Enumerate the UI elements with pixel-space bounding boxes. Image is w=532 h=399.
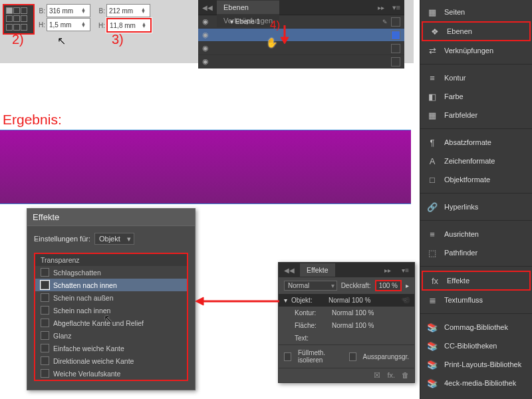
clear-effects-icon[interactable]: ☒ [374, 371, 380, 380]
visibility-icon[interactable]: ◉ [198, 44, 213, 53]
panel-menu-icon[interactable]: ▾≡ [396, 264, 414, 277]
dock-zeichenformate[interactable]: AZeichenformate [420, 152, 532, 170]
height-input[interactable]: 1,5 mm▲▼ [47, 18, 90, 31]
effect-checkbox[interactable] [41, 344, 49, 352]
visibility-icon[interactable]: ◉ [198, 57, 213, 66]
dock-ebenen[interactable]: ❖Ebenen [422, 21, 531, 41]
dock-absatzformate[interactable]: ¶Absatzformate [420, 133, 532, 152]
layer-row[interactable]: ◉ [198, 55, 404, 68]
effect-option[interactable]: Weiche Verlaufskante [35, 367, 187, 380]
panel-arrows-icon[interactable]: ▸▸ [374, 4, 388, 11]
transform-toolbar: B:316 mm▲▼ H:1,5 mm▲▼ B:212 mm▲▼ H:11,8 … [0, 0, 160, 35]
effect-checkbox[interactable] [41, 306, 49, 315]
reference-point-grid[interactable] [3, 4, 35, 35]
knockout-checkbox[interactable] [349, 352, 356, 361]
h2-input[interactable]: 11,8 mm▲▼ [106, 18, 152, 33]
blend-mode-select[interactable]: Normal [284, 281, 337, 291]
effects-list: Transparenz SchlagschattenSchatten nach … [34, 253, 188, 381]
opacity-label: Deckkraft: [341, 282, 371, 289]
hyperlinks-icon: 🔗 [427, 202, 438, 211]
selection-swatch[interactable] [391, 44, 400, 53]
dialog-title: Effekte [27, 209, 195, 226]
visibility-icon[interactable]: ◉ [198, 17, 213, 26]
verknüpfungen-icon: ⇄ [427, 46, 438, 55]
selection-swatch[interactable] [391, 57, 400, 66]
effect-option[interactable]: Direktionale weiche Kante [35, 354, 187, 367]
effect-option[interactable]: Schein nach innen [35, 304, 187, 317]
dock-effekte[interactable]: fxEffekte [422, 271, 531, 291]
fx-target-row[interactable]: ▾Objekt:Normal 100 % [279, 294, 414, 307]
dock-farbfelder[interactable]: ▦Farbfelder [420, 106, 532, 124]
dock-objektformate[interactable]: □Objektformate [420, 170, 532, 189]
effect-checkbox[interactable] [41, 319, 49, 327]
effect-option[interactable]: Schlagschatten [35, 266, 187, 279]
dock-label: Ebenen [447, 27, 472, 35]
effect-checkbox[interactable] [41, 268, 49, 277]
arrow-left-icon [194, 297, 279, 306]
effects-panel: ◀◀ Effekte ▸▸ ▾≡ Normal Deckkraft: 100 %… [278, 262, 415, 383]
dock-4eck-media-bibliothek[interactable]: 📚4eck-media-Bibliothek [420, 374, 532, 392]
effect-checkbox[interactable] [41, 331, 49, 340]
effect-option[interactable]: Schein nach außen [35, 291, 187, 304]
chevron-down-icon: ▾ [284, 297, 287, 304]
trash-icon[interactable]: 🗑 [402, 371, 409, 380]
annotation-2: 2) [12, 32, 24, 47]
visibility-icon[interactable]: ◉ [198, 31, 213, 39]
dock-hyperlinks[interactable]: 🔗Hyperlinks [420, 198, 532, 216]
selection-swatch[interactable] [391, 31, 400, 40]
fx-target-row[interactable]: Text: [279, 332, 414, 344]
list-header[interactable]: Transparenz [35, 254, 187, 266]
panel-arrows-icon[interactable]: ▸▸ [379, 264, 396, 277]
dock-farbe[interactable]: ◧Farbe [420, 87, 532, 106]
fx-target-row[interactable]: Fläche:Normal 100 % [279, 319, 414, 332]
effect-option[interactable]: Glanz [35, 329, 187, 342]
width-input[interactable]: 316 mm▲▼ [47, 4, 90, 17]
edit-icon[interactable]: ✎ [379, 19, 391, 25]
dock-ausrichten[interactable]: ≡Ausrichten [420, 225, 532, 243]
effect-option[interactable]: Abgeflachte Kante und Relief [35, 317, 187, 329]
textumfluss-icon: ≣ [427, 295, 438, 305]
effect-label: Weiche Verlaufskante [53, 370, 120, 378]
dock-label: Farbe [444, 92, 464, 100]
b2-input[interactable]: 212 mm▲▼ [106, 4, 150, 17]
arrow-down-icon [279, 25, 290, 45]
dock-verknüpfungen[interactable]: ⇄Verknüpfungen [420, 41, 532, 60]
effect-checkbox[interactable] [41, 369, 49, 378]
dock-pathfinder[interactable]: ⬚Pathfinder [420, 243, 532, 262]
effect-option[interactable]: Einfache weiche Kante [35, 342, 187, 354]
opacity-flyout-icon[interactable]: ▸ [406, 282, 409, 289]
panel-menu-icon[interactable]: ▾≡ [388, 3, 404, 12]
opacity-input[interactable]: 100 % [375, 280, 402, 291]
dock-label: Commag-Bibliothek [444, 323, 508, 331]
dock-kontur[interactable]: ≡Kontur [420, 68, 532, 87]
fx-icon[interactable]: fx. [387, 371, 395, 380]
target-select[interactable]: Objekt [94, 233, 134, 245]
knockout-label: Aussparungsgr. [363, 353, 410, 360]
farbe-icon: ◧ [427, 92, 438, 101]
dock-seiten[interactable]: ▦Seiten [420, 3, 532, 21]
annotation-4: 4) [270, 19, 280, 32]
effect-option[interactable]: Schatten nach innen [35, 279, 187, 291]
result-preview [0, 130, 411, 203]
cursor-pointer-icon: ↖ [57, 35, 66, 47]
fx-target-value: Normal 100 % [332, 322, 374, 329]
dock-textumfluss[interactable]: ≣Textumfluss [420, 291, 532, 309]
dock-cc-bibliotheken[interactable]: 📚CC-Bibliotheken [420, 336, 532, 355]
isolate-blend-checkbox[interactable] [284, 352, 291, 361]
layer-row[interactable]: ◉ [198, 42, 404, 55]
layer-row[interactable]: ◉ [198, 29, 404, 42]
absatzformate-icon: ¶ [427, 138, 438, 147]
selection-swatch[interactable] [391, 17, 400, 27]
fx-target-row[interactable]: Kontur:Normal 100 % [279, 307, 414, 319]
dock-print-layouts-bibliothek[interactable]: 📚Print-Layouts-Bibliothek [420, 355, 532, 374]
tab-ebenen[interactable]: Ebenen [217, 1, 279, 14]
panel-collapse-icon[interactable]: ◀◀ [279, 264, 300, 277]
effect-checkbox[interactable] [41, 293, 49, 302]
effect-checkbox[interactable] [41, 281, 49, 289]
dock-commag-bibliothek[interactable]: 📚Commag-Bibliothek [420, 318, 532, 336]
dock-label: Ausrichten [444, 230, 479, 238]
effect-checkbox[interactable] [41, 356, 49, 365]
panel-collapse-icon[interactable]: ◀◀ [198, 4, 217, 11]
effects-tab[interactable]: Effekte [300, 263, 335, 277]
ausrichten-icon: ≡ [427, 229, 438, 239]
